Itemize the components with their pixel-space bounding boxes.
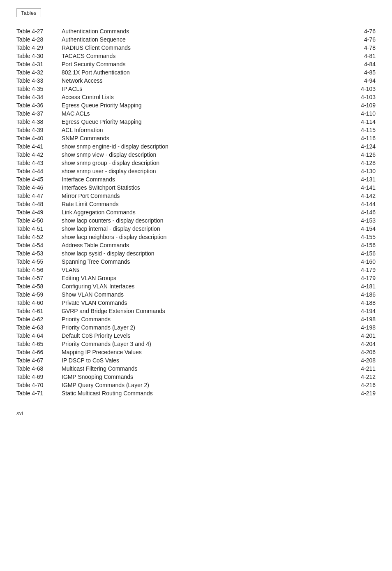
toc-entry-title: GVRP and Bridge Extension Commands [62,308,165,314]
toc-entry-page: 4-179 [351,267,376,273]
toc-entry-number: Table 4-38 [16,118,62,125]
toc-entry-number: Table 4-33 [16,77,62,84]
toc-entry-number: Table 4-32 [16,69,62,76]
table-row: Table 4-27Authentication Commands4-76 [16,27,376,35]
table-row: Table 4-58Configuring VLAN Interfaces4-1… [16,282,376,290]
toc-entry-page: 4-186 [351,291,376,298]
table-row: Table 4-60Private VLAN Commands4-188 [16,299,376,307]
table-row: Table 4-30TACACS Commands4-81 [16,52,376,60]
table-row: Table 4-59Show VLAN Commands4-186 [16,290,376,299]
table-row: Table 4-45Interface Commands4-131 [16,175,376,183]
toc-entry-title: Editing VLAN Groups [62,275,116,281]
toc-entry-page: 4-212 [351,374,376,380]
toc-entry-title: MAC ACLs [62,110,90,117]
table-row: Table 4-66Mapping IP Precedence Values4-… [16,348,376,356]
toc-entry-page: 4-84 [351,61,376,67]
table-row: Table 4-35IP ACLs4-103 [16,85,376,93]
toc-entry-page: 4-85 [351,69,376,76]
toc-entry-number: Table 4-63 [16,324,62,331]
table-row: Table 4-31Port Security Commands4-84 [16,60,376,68]
toc-entry-number: Table 4-46 [16,184,62,191]
toc-entry-number: Table 4-34 [16,94,62,100]
toc-entry-number: Table 4-58 [16,283,62,290]
toc-entry-page: 4-76 [351,28,376,35]
table-row: Table 4-44show snmp user - display descr… [16,167,376,175]
toc-entry-page: 4-219 [351,390,376,397]
toc-entry-number: Table 4-41 [16,143,62,150]
toc-entry-title: TACACS Commands [62,53,115,59]
table-row: Table 4-32802.1X Port Authentication4-85 [16,68,376,77]
toc-entry-number: Table 4-57 [16,275,62,281]
toc-entry-page: 4-103 [351,94,376,100]
toc-entry-title: Mapping IP Precedence Values [62,349,142,355]
toc-entry-page: 4-144 [351,201,376,207]
toc-entry-title: Mirror Port Commands [62,193,120,199]
toc-entry-page: 4-116 [351,135,376,142]
toc-entry-number: Table 4-68 [16,365,62,372]
table-row: Table 4-42show snmp view - display descr… [16,151,376,159]
toc-entry-page: 4-114 [351,118,376,125]
page-number: xvi [16,410,23,416]
toc-entry-title: RADIUS Client Commands [62,44,131,51]
toc-entry-number: Table 4-42 [16,151,62,158]
toc-entry-page: 4-194 [351,308,376,314]
page-footer: xvi [16,410,376,416]
toc-entry-title: Interfaces Switchport Statistics [62,184,140,191]
toc-entry-page: 4-181 [351,283,376,290]
toc-entry-page: 4-208 [351,357,376,364]
toc-entry-number: Table 4-36 [16,102,62,109]
toc-entry-title: ACL Information [62,127,103,133]
toc-entry-page: 4-179 [351,275,376,281]
table-row: Table 4-63Priority Commands (Layer 2)4-1… [16,323,376,332]
table-row: Table 4-48Rate Limit Commands4-144 [16,200,376,208]
toc-entry-title: show snmp view - display description [62,151,156,158]
table-row: Table 4-46Interfaces Switchport Statisti… [16,183,376,192]
toc-entry-number: Table 4-31 [16,61,62,67]
toc-entry-page: 4-198 [351,324,376,331]
toc-entry-page: 4-211 [351,365,376,372]
toc-entry-page: 4-109 [351,102,376,109]
toc-entry-title: Network Access [62,77,103,84]
toc-entry-number: Table 4-45 [16,176,62,183]
table-row: Table 4-52show lacp neighbors - display … [16,233,376,241]
toc-entry-title: Authentication Sequence [62,36,126,43]
table-row: Table 4-69IGMP Snooping Commands4-212 [16,373,376,381]
toc-entry-number: Table 4-43 [16,160,62,166]
table-row: Table 4-39ACL Information4-115 [16,126,376,134]
table-row: Table 4-43show snmp group - display desc… [16,159,376,167]
toc-entry-number: Table 4-28 [16,36,62,43]
toc-container: Table 4-27Authentication Commands4-76Tab… [16,27,376,397]
toc-entry-title: Default CoS Priority Levels [62,332,130,339]
toc-entry-page: 4-115 [351,127,376,133]
table-row: Table 4-38Egress Queue Priority Mapping4… [16,118,376,126]
toc-entry-title: show lacp internal - display description [62,225,160,232]
toc-entry-number: Table 4-48 [16,201,62,207]
toc-entry-title: show lacp neighbors - display descriptio… [62,234,166,240]
toc-entry-number: Table 4-62 [16,316,62,323]
table-row: Table 4-61GVRP and Bridge Extension Comm… [16,307,376,315]
header: Tables [16,8,376,17]
toc-entry-title: Port Security Commands [62,61,126,67]
toc-entry-number: Table 4-44 [16,168,62,174]
toc-entry-page: 4-128 [351,160,376,166]
toc-entry-page: 4-216 [351,382,376,388]
toc-entry-number: Table 4-71 [16,390,62,397]
table-row: Table 4-55Spanning Tree Commands4-160 [16,258,376,266]
toc-entry-number: Table 4-60 [16,299,62,306]
toc-entry-number: Table 4-49 [16,209,62,216]
table-row: Table 4-53show lacp sysid - display desc… [16,249,376,258]
table-row: Table 4-51show lacp internal - display d… [16,225,376,233]
table-row: Table 4-41show snmp engine-id - display … [16,142,376,151]
toc-entry-page: 4-131 [351,176,376,183]
toc-entry-title: show lacp sysid - display description [62,250,154,257]
toc-entry-title: Interface Commands [62,176,115,183]
table-row: Table 4-68Multicast Filtering Commands4-… [16,364,376,373]
toc-entry-number: Table 4-40 [16,135,62,142]
toc-entry-title: Show VLAN Commands [62,291,124,298]
toc-entry-page: 4-156 [351,242,376,248]
toc-entry-title: Priority Commands [62,316,111,323]
toc-entry-page: 4-142 [351,193,376,199]
toc-entry-title: Spanning Tree Commands [62,258,130,265]
toc-entry-number: Table 4-69 [16,374,62,380]
toc-entry-page: 4-94 [351,77,376,84]
